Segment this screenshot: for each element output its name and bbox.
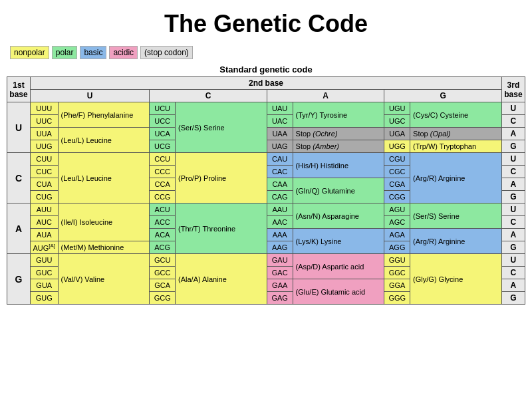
table-row: GGUU(Val/V) ValineGCU(Ala/A) AlanineGAU(… — [7, 254, 525, 267]
codon-cell: UAG — [267, 140, 293, 153]
codon-cell: CGC — [384, 166, 410, 178]
third-base-cell: U — [501, 254, 525, 267]
third-base-cell: G — [501, 241, 525, 254]
amino-cell: Stop (Ochre) — [293, 128, 384, 140]
third-base-cell: G — [501, 140, 525, 153]
codon-cell: CAU — [267, 153, 293, 166]
legend: nonpolar polar basic acidic (stop codon) — [0, 43, 532, 65]
codon-cell: ACA — [150, 229, 176, 241]
codon-cell: GGC — [384, 267, 410, 279]
codon-cell: GGU — [384, 254, 410, 267]
codon-cell: GAC — [267, 267, 293, 279]
codon-cell: AGU — [384, 203, 410, 216]
legend-nonpolar: nonpolar — [10, 46, 49, 59]
legend-acidic: acidic — [109, 46, 138, 59]
codon-cell: CCG — [150, 191, 176, 203]
amino-cell: (Asp/D) Aspartic acid — [293, 254, 384, 279]
second-base-col-A: A — [267, 90, 384, 102]
codon-cell: CGU — [384, 153, 410, 166]
codon-cell: UGG — [384, 140, 410, 153]
codon-cell: GUC — [31, 267, 58, 279]
third-base-cell: C — [501, 216, 525, 229]
amino-cell: Stop (Amber) — [293, 140, 384, 153]
codon-cell: UAC — [267, 115, 293, 128]
amino-cell: (Met/M) Methionine — [58, 241, 150, 254]
codon-cell: GCG — [150, 292, 176, 305]
amino-cell: (Asn/N) Asparagine — [293, 203, 384, 229]
amino-cell: (Arg/R) Arginine — [410, 153, 502, 203]
amino-cell: (Lys/K) Lysine — [293, 229, 384, 254]
header-row-2: UCAG — [7, 90, 525, 102]
codon-cell: GCA — [150, 279, 176, 292]
header-row-1: 1stbase2nd base3rdbase — [7, 77, 525, 90]
amino-cell: (Val/V) Valine — [58, 254, 150, 305]
codon-cell: CAA — [267, 178, 293, 191]
codon-cell: GGG — [384, 292, 410, 305]
codon-cell: AUA — [31, 229, 58, 241]
codon-cell: CGA — [384, 178, 410, 191]
third-base-cell: G — [501, 292, 525, 305]
legend-polar: polar — [52, 46, 78, 59]
codon-cell: ACU — [150, 203, 176, 216]
table-subtitle: Standard genetic code — [0, 65, 532, 74]
amino-cell: (Glu/E) Glutamic acid — [293, 279, 384, 305]
codon-cell: CUC — [31, 166, 58, 178]
third-base-cell: A — [501, 229, 525, 241]
codon-cell: AGC — [384, 216, 410, 229]
codon-cell: GCC — [150, 267, 176, 279]
codon-cell: CCU — [150, 153, 176, 166]
amino-cell: (Pro/P) Proline — [176, 153, 267, 203]
amino-cell: (Thr/T) Threonine — [176, 203, 267, 254]
codon-cell: UGU — [384, 102, 410, 115]
codon-cell: AAU — [267, 203, 293, 216]
first-base-cell: C — [7, 153, 31, 203]
amino-cell: (Cys/C) Cysteine — [410, 102, 502, 128]
codon-cell: GUU — [31, 254, 58, 267]
codon-cell: AUC — [31, 216, 58, 229]
second-base-col-C: C — [150, 90, 267, 102]
codon-cell: AUU — [31, 203, 58, 216]
codon-cell: AAG — [267, 241, 293, 254]
codon-cell: CGG — [384, 191, 410, 203]
amino-cell: Stop (Opal) — [410, 128, 502, 140]
third-base-cell: U — [501, 203, 525, 216]
genetic-code-table: 1stbase2nd base3rdbaseUCAGUUUU(Phe/F) Ph… — [7, 76, 525, 305]
amino-cell: (Tyr/Y) Tyrosine — [293, 102, 384, 128]
table-row: CCUU(Leu/L) LeucineCCU(Pro/P) ProlineCAU… — [7, 153, 525, 166]
codon-cell: UUC — [31, 115, 58, 128]
amino-cell: (His/H) Histidine — [293, 153, 384, 178]
codon-cell: GUA — [31, 279, 58, 292]
codon-cell: AGA — [384, 229, 410, 241]
codon-cell: CUU — [31, 153, 58, 166]
codon-cell: UGA — [384, 128, 410, 140]
codon-cell: UCC — [150, 115, 176, 128]
amino-cell: (Trp/W) Tryptophan — [410, 140, 502, 153]
legend-stop: (stop codon) — [140, 46, 193, 59]
amino-cell: (Leu/L) Leucine — [58, 128, 150, 153]
third-base-cell: A — [501, 279, 525, 292]
third-base-cell: C — [501, 267, 525, 279]
third-base-cell: C — [501, 166, 525, 178]
codon-cell: UAA — [267, 128, 293, 140]
codon-cell: CAG — [267, 191, 293, 203]
third-base-cell: C — [501, 115, 525, 128]
codon-cell: UCA — [150, 128, 176, 140]
codon-cell: UAU — [267, 102, 293, 115]
codon-cell: GAG — [267, 292, 293, 305]
amino-cell: (Ile/I) Isoleucine — [58, 203, 150, 241]
third-base-cell: U — [501, 153, 525, 166]
codon-cell: UUU — [31, 102, 58, 115]
codon-cell: GCU — [150, 254, 176, 267]
third-base-cell: A — [501, 128, 525, 140]
amino-cell: (Ala/A) Alanine — [176, 254, 267, 305]
second-base-header: 2nd base — [31, 77, 502, 90]
third-base-cell: G — [501, 191, 525, 203]
codon-cell: CUA — [31, 178, 58, 191]
second-base-col-U: U — [31, 90, 150, 102]
amino-cell: (Ser/S) Serine — [410, 203, 502, 229]
third-base-cell: A — [501, 178, 525, 191]
codon-cell: AAA — [267, 229, 293, 241]
codon-cell: CCA — [150, 178, 176, 191]
codon-cell: UCU — [150, 102, 176, 115]
third-base-cell: U — [501, 102, 525, 115]
